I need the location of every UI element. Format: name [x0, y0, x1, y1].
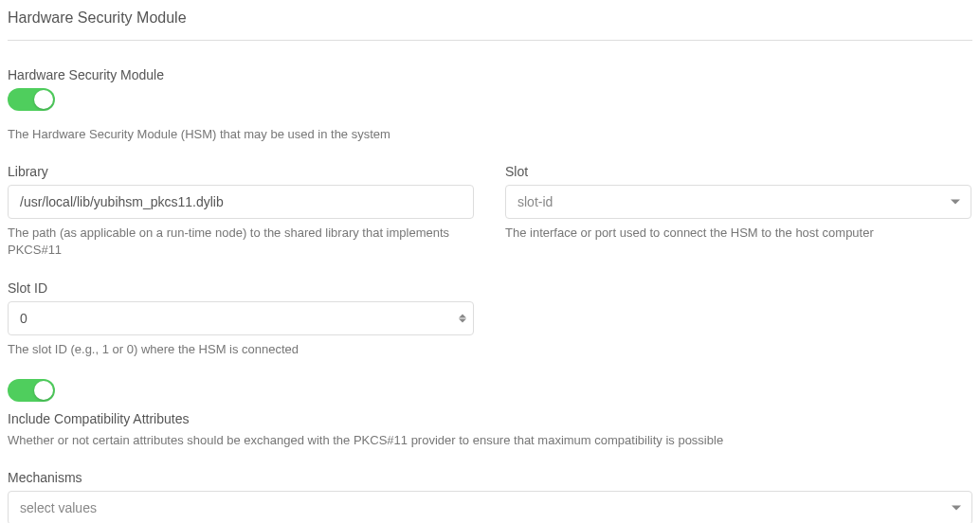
stepper-up-icon[interactable] [459, 314, 466, 317]
mechanisms-select[interactable]: select values [8, 491, 972, 523]
slot-id-label: Slot ID [8, 280, 972, 296]
compat-section: Include Compatibility Attributes Whether… [8, 379, 972, 449]
compat-help: Whether or not certain attributes should… [8, 432, 972, 449]
chevron-down-icon [952, 505, 961, 510]
hsm-toggle-label: Hardware Security Module [8, 67, 972, 82]
mechanisms-select-placeholder: select values [20, 500, 97, 515]
chevron-down-icon [951, 200, 960, 205]
compat-toggle[interactable] [8, 379, 55, 402]
library-input[interactable] [8, 185, 474, 219]
compat-label: Include Compatibility Attributes [8, 411, 972, 426]
hsm-toggle[interactable] [8, 88, 55, 111]
stepper-down-icon[interactable] [459, 318, 466, 322]
page-title: Hardware Security Module [8, 9, 972, 27]
hsm-toggle-help: The Hardware Security Module (HSM) that … [8, 126, 972, 143]
slot-id-input[interactable] [8, 301, 474, 335]
library-label: Library [8, 164, 475, 179]
hsm-toggle-section: Hardware Security Module The Hardware Se… [8, 67, 972, 143]
slot-label: Slot [505, 164, 972, 179]
divider [8, 40, 972, 41]
mechanisms-label: Mechanisms [8, 470, 972, 485]
mechanisms-field: Mechanisms select values A list of PKCS#… [8, 470, 972, 523]
slot-id-help: The slot ID (e.g., 1 or 0) where the HSM… [8, 341, 972, 358]
slot-select[interactable]: slot-id [505, 185, 971, 219]
slot-select-value: slot-id [517, 194, 553, 209]
slot-id-field: Slot ID The slot ID (e.g., 1 or 0) where… [8, 280, 972, 358]
slot-field: Slot slot-id The interface or port used … [505, 164, 972, 259]
slot-id-stepper[interactable] [459, 314, 466, 322]
library-field: Library The path (as applicable on a run… [8, 164, 475, 259]
library-help: The path (as applicable on a run-time no… [8, 225, 475, 259]
slot-help: The interface or port used to connect th… [505, 225, 972, 242]
